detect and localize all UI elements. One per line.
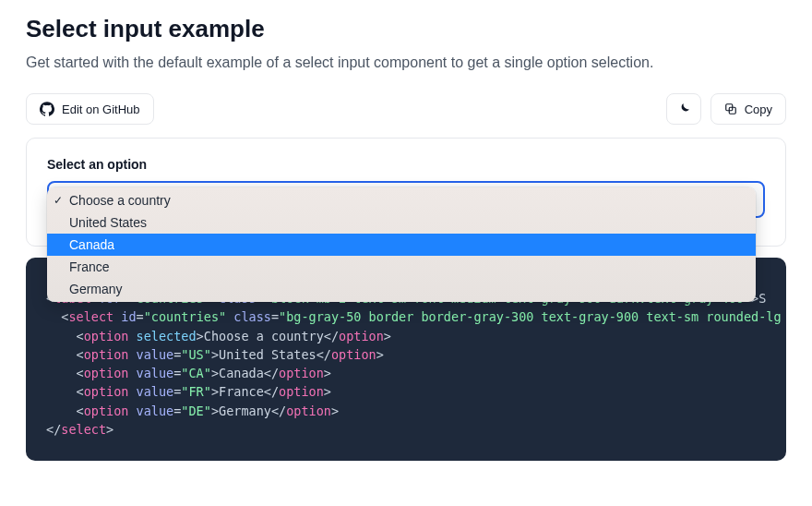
component-preview-card: Select an option ✓Choose a countryUnited… xyxy=(26,138,786,247)
dropdown-option[interactable]: United States xyxy=(47,211,756,234)
select-label: Select an option xyxy=(47,157,765,172)
page-lead: Get started with the default example of … xyxy=(26,54,786,71)
dropdown-option-label: Choose a country xyxy=(69,193,171,208)
dropdown-option[interactable]: France xyxy=(47,256,756,278)
dropdown-option[interactable]: Canada xyxy=(47,234,756,256)
moon-icon xyxy=(676,102,691,116)
copy-button[interactable]: Copy xyxy=(710,93,786,125)
toolbar: Edit on GitHub Copy xyxy=(26,93,786,125)
dropdown-option[interactable]: ✓Choose a country xyxy=(47,189,756,211)
dropdown-option-label: France xyxy=(69,259,110,274)
copy-icon xyxy=(724,102,737,115)
edit-on-github-label: Edit on GitHub xyxy=(62,102,140,116)
dark-mode-toggle-button[interactable] xyxy=(666,93,701,125)
page-title: Select input example xyxy=(26,15,786,43)
country-select-dropdown: ✓Choose a countryUnited StatesCanadaFran… xyxy=(47,187,756,302)
dropdown-option-label: Germany xyxy=(69,282,123,296)
check-icon: ✓ xyxy=(54,194,63,207)
edit-on-github-button[interactable]: Edit on GitHub xyxy=(26,93,154,125)
github-icon xyxy=(40,102,54,116)
copy-label: Copy xyxy=(745,102,772,116)
dropdown-option[interactable]: Germany xyxy=(47,278,756,300)
dropdown-option-label: Canada xyxy=(69,237,114,252)
dropdown-option-label: United States xyxy=(69,215,147,230)
